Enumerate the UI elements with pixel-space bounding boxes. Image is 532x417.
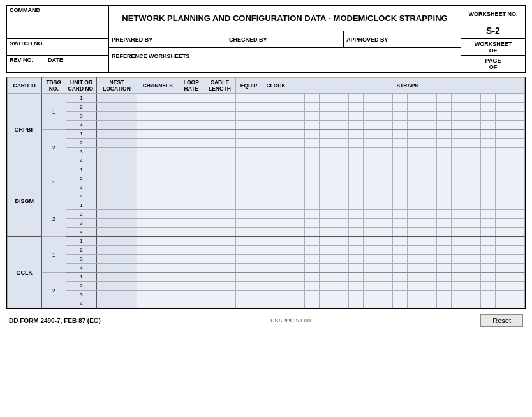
strap-cell[interactable]: [334, 210, 349, 219]
strap-cell[interactable]: [510, 299, 524, 308]
clock-cell[interactable]: [262, 255, 290, 264]
strap-cell[interactable]: [305, 201, 320, 210]
strap-cell[interactable]: [451, 264, 466, 273]
equip-cell[interactable]: [236, 255, 262, 264]
strap-cell[interactable]: [334, 156, 349, 165]
nest-location-cell[interactable]: [97, 165, 137, 174]
strap-cell[interactable]: [305, 156, 320, 165]
strap-cell[interactable]: [495, 139, 510, 148]
strap-cell[interactable]: [349, 246, 364, 255]
nest-location-cell[interactable]: [97, 246, 137, 255]
strap-cell[interactable]: [320, 139, 334, 148]
strap-cell[interactable]: [305, 210, 320, 219]
loop-rate-cell[interactable]: [179, 148, 203, 156]
strap-cell[interactable]: [480, 103, 495, 112]
channels-cell[interactable]: [137, 183, 179, 192]
strap-cell[interactable]: [480, 94, 495, 103]
strap-cell[interactable]: [334, 130, 349, 139]
strap-cell[interactable]: [495, 219, 510, 228]
strap-cell[interactable]: [408, 183, 422, 192]
equip-cell[interactable]: [236, 156, 262, 165]
strap-cell[interactable]: [437, 246, 452, 255]
cable-length-cell[interactable]: [203, 94, 236, 103]
clock-cell[interactable]: [262, 121, 290, 130]
clock-cell[interactable]: [262, 130, 290, 139]
strap-cell[interactable]: [305, 228, 320, 237]
strap-cell[interactable]: [334, 228, 349, 237]
strap-cell[interactable]: [510, 183, 524, 192]
strap-cell[interactable]: [408, 299, 422, 308]
strap-cell[interactable]: [364, 219, 378, 228]
strap-cell[interactable]: [290, 264, 305, 273]
strap-cell[interactable]: [510, 237, 524, 246]
strap-cell[interactable]: [480, 210, 495, 219]
strap-cell[interactable]: [305, 183, 320, 192]
channels-cell[interactable]: [137, 121, 179, 130]
strap-cell[interactable]: [334, 273, 349, 282]
strap-cell[interactable]: [422, 156, 437, 165]
equip-cell[interactable]: [236, 282, 262, 291]
loop-rate-cell[interactable]: [179, 219, 203, 228]
strap-cell[interactable]: [451, 156, 466, 165]
strap-cell[interactable]: [393, 139, 408, 148]
nest-location-cell[interactable]: [97, 174, 137, 183]
strap-cell[interactable]: [422, 121, 437, 130]
strap-cell[interactable]: [466, 264, 480, 273]
reset-button[interactable]: Reset: [480, 314, 523, 327]
loop-rate-cell[interactable]: [179, 174, 203, 183]
strap-cell[interactable]: [364, 264, 378, 273]
equip-cell[interactable]: [236, 139, 262, 148]
strap-cell[interactable]: [451, 255, 466, 264]
strap-cell[interactable]: [466, 219, 480, 228]
strap-cell[interactable]: [364, 282, 378, 291]
strap-cell[interactable]: [510, 156, 524, 165]
strap-cell[interactable]: [422, 299, 437, 308]
cable-length-cell[interactable]: [203, 103, 236, 112]
nest-location-cell[interactable]: [97, 210, 137, 219]
strap-cell[interactable]: [437, 282, 452, 291]
strap-cell[interactable]: [320, 156, 334, 165]
strap-cell[interactable]: [320, 192, 334, 201]
strap-cell[interactable]: [349, 210, 364, 219]
strap-cell[interactable]: [422, 183, 437, 192]
strap-cell[interactable]: [290, 165, 305, 174]
strap-cell[interactable]: [466, 237, 480, 246]
nest-location-cell[interactable]: [97, 121, 137, 130]
strap-cell[interactable]: [364, 121, 378, 130]
strap-cell[interactable]: [364, 103, 378, 112]
strap-cell[interactable]: [408, 112, 422, 121]
clock-cell[interactable]: [262, 156, 290, 165]
loop-rate-cell[interactable]: [179, 273, 203, 282]
strap-cell[interactable]: [305, 264, 320, 273]
strap-cell[interactable]: [364, 273, 378, 282]
strap-cell[interactable]: [364, 291, 378, 299]
channels-cell[interactable]: [137, 282, 179, 291]
strap-cell[interactable]: [290, 273, 305, 282]
clock-cell[interactable]: [262, 112, 290, 121]
strap-cell[interactable]: [349, 299, 364, 308]
strap-cell[interactable]: [408, 237, 422, 246]
strap-cell[interactable]: [290, 183, 305, 192]
channels-cell[interactable]: [137, 299, 179, 308]
strap-cell[interactable]: [480, 291, 495, 299]
strap-cell[interactable]: [393, 112, 408, 121]
strap-cell[interactable]: [305, 192, 320, 201]
strap-cell[interactable]: [320, 174, 334, 183]
strap-cell[interactable]: [480, 139, 495, 148]
strap-cell[interactable]: [290, 255, 305, 264]
strap-cell[interactable]: [305, 291, 320, 299]
strap-cell[interactable]: [334, 148, 349, 156]
strap-cell[interactable]: [349, 183, 364, 192]
strap-cell[interactable]: [495, 156, 510, 165]
equip-cell[interactable]: [236, 183, 262, 192]
equip-cell[interactable]: [236, 112, 262, 121]
strap-cell[interactable]: [320, 264, 334, 273]
cable-length-cell[interactable]: [203, 246, 236, 255]
strap-cell[interactable]: [378, 246, 393, 255]
strap-cell[interactable]: [408, 148, 422, 156]
loop-rate-cell[interactable]: [179, 94, 203, 103]
strap-cell[interactable]: [393, 130, 408, 139]
strap-cell[interactable]: [320, 255, 334, 264]
cable-length-cell[interactable]: [203, 130, 236, 139]
strap-cell[interactable]: [305, 130, 320, 139]
